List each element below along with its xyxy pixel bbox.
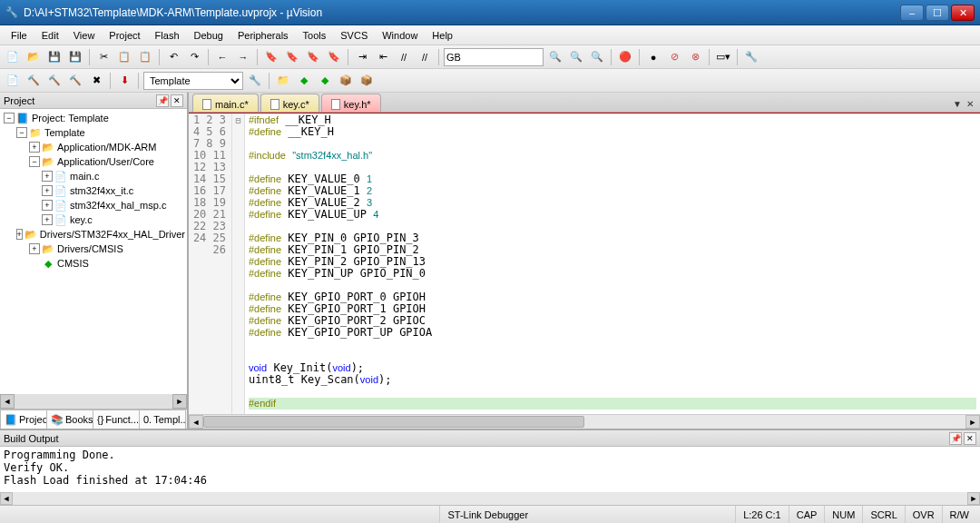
scroll-left-icon[interactable]: ◄ bbox=[189, 415, 203, 429]
breakpoint-insert-button[interactable]: ● bbox=[644, 48, 662, 66]
comment-button[interactable]: // bbox=[395, 48, 413, 66]
nav-back-button[interactable]: ← bbox=[213, 48, 231, 66]
tree-file[interactable]: + 📄 stm32f4xx_hal_msp.c bbox=[2, 198, 185, 212]
breakpoint-disable-button[interactable]: ⊗ bbox=[686, 48, 704, 66]
menu-file[interactable]: File bbox=[4, 28, 34, 43]
expand-icon[interactable]: + bbox=[16, 229, 23, 240]
manage-project-button[interactable]: 📁 bbox=[274, 72, 292, 90]
expand-icon[interactable]: + bbox=[42, 185, 53, 196]
panel-pin-button[interactable]: 📌 bbox=[156, 94, 169, 107]
menu-debug[interactable]: Debug bbox=[187, 28, 230, 43]
tree-group[interactable]: + 📂 Drivers/STM32F4xx_HAL_Driver bbox=[2, 227, 185, 242]
menu-flash[interactable]: Flash bbox=[148, 28, 187, 43]
tree-group[interactable]: + 📂 Application/MDK-ARM bbox=[2, 140, 185, 154]
uncomment-button[interactable]: // bbox=[416, 48, 434, 66]
build-hscrollbar[interactable]: ◄ ► bbox=[0, 492, 980, 505]
expand-icon[interactable]: + bbox=[42, 200, 53, 211]
expand-icon[interactable]: + bbox=[29, 142, 40, 153]
panel-close-button[interactable]: ✕ bbox=[171, 94, 183, 107]
window-layout-button[interactable]: ▭▾ bbox=[714, 48, 732, 66]
batch-build-button[interactable]: 🔨 bbox=[66, 72, 84, 90]
stop-build-button[interactable]: ✖ bbox=[87, 72, 105, 90]
tab-dropdown-icon[interactable]: ▼ bbox=[951, 99, 964, 112]
tree-project-root[interactable]: − 📘 Project: Template bbox=[2, 111, 185, 125]
tree-group[interactable]: + 📂 Drivers/CMSIS bbox=[2, 242, 185, 256]
panel-tab-templates[interactable]: 0.Templ... bbox=[139, 410, 186, 429]
expand-icon[interactable]: − bbox=[16, 127, 27, 138]
file-tab-keyc[interactable]: key.c* bbox=[260, 94, 319, 112]
find-in-files-button[interactable]: 🔍 bbox=[588, 48, 606, 66]
fold-gutter[interactable]: ⊟ bbox=[232, 113, 245, 414]
tree-file[interactable]: + 📄 main.c bbox=[2, 169, 185, 183]
find-combo[interactable] bbox=[444, 48, 544, 66]
translate-button[interactable]: 📄 bbox=[4, 72, 22, 90]
code-content[interactable]: #ifndef __KEY_H #define __KEY_H #include… bbox=[245, 113, 980, 414]
tree-file[interactable]: + 📄 key.c bbox=[2, 212, 185, 227]
project-hscrollbar[interactable]: ◄ ► bbox=[0, 394, 187, 409]
open-file-button[interactable]: 📂 bbox=[24, 48, 43, 66]
panel-tab-project[interactable]: 📘Project bbox=[0, 410, 47, 429]
breakpoint-enable-button[interactable]: ⊘ bbox=[665, 48, 683, 66]
scroll-left-icon[interactable]: ◄ bbox=[0, 492, 13, 505]
editor-hscrollbar[interactable]: ◄ ► bbox=[189, 414, 980, 429]
tab-close-icon[interactable]: ✕ bbox=[964, 99, 976, 112]
scroll-left-icon[interactable]: ◄ bbox=[0, 394, 15, 409]
paste-button[interactable]: 📋 bbox=[136, 48, 154, 66]
expand-icon[interactable]: + bbox=[42, 214, 53, 225]
configure-button[interactable]: 🔧 bbox=[742, 48, 760, 66]
rebuild-button[interactable]: 🔨 bbox=[45, 72, 64, 90]
close-button[interactable]: ✕ bbox=[951, 5, 975, 21]
file-tab-keyh[interactable]: key.h* bbox=[321, 94, 381, 112]
tree-group[interactable]: − 📂 Application/User/Core bbox=[2, 154, 185, 169]
panel-tab-functions[interactable]: {}Funct... bbox=[93, 410, 140, 429]
target-select[interactable]: Template bbox=[143, 72, 243, 90]
menu-tools[interactable]: Tools bbox=[296, 28, 334, 43]
expand-icon[interactable]: − bbox=[29, 156, 40, 167]
menu-svcs[interactable]: SVCS bbox=[333, 28, 375, 43]
pack-installer-button[interactable]: 📦 bbox=[337, 72, 355, 90]
scroll-right-icon[interactable]: ► bbox=[967, 492, 980, 505]
undo-button[interactable]: ↶ bbox=[164, 48, 182, 66]
debug-button[interactable]: 🔴 bbox=[616, 48, 634, 66]
tree-file[interactable]: + 📄 stm32f4xx_it.c bbox=[2, 183, 185, 198]
expand-icon[interactable]: + bbox=[29, 243, 40, 254]
panel-tab-books[interactable]: 📚Books bbox=[46, 410, 93, 429]
tree-target[interactable]: − 📁 Template bbox=[2, 125, 185, 140]
expand-icon[interactable]: − bbox=[4, 113, 15, 123]
scroll-thumb[interactable] bbox=[203, 416, 584, 428]
new-file-button[interactable]: 📄 bbox=[4, 48, 22, 66]
expand-icon[interactable]: + bbox=[42, 171, 53, 182]
download-button[interactable]: ⬇ bbox=[115, 72, 133, 90]
project-tree[interactable]: − 📘 Project: Template − 📁 Template + 📂 A… bbox=[0, 109, 187, 394]
menu-peripherals[interactable]: Peripherals bbox=[230, 28, 296, 43]
bookmark-next-button[interactable]: 🔖 bbox=[304, 48, 322, 66]
tree-cmsis[interactable]: ◆ CMSIS bbox=[2, 256, 185, 271]
save-all-button[interactable]: 💾 bbox=[66, 48, 84, 66]
find-prev-button[interactable]: 🔍 bbox=[567, 48, 585, 66]
manage-components-button[interactable]: ◆ bbox=[295, 72, 313, 90]
redo-button[interactable]: ↷ bbox=[185, 48, 203, 66]
panel-pin-button[interactable]: 📌 bbox=[949, 432, 962, 445]
menu-project[interactable]: Project bbox=[102, 28, 147, 43]
copy-button[interactable]: 📋 bbox=[115, 48, 133, 66]
scroll-right-icon[interactable]: ► bbox=[965, 415, 980, 429]
indent-button[interactable]: ⇥ bbox=[353, 48, 371, 66]
menu-edit[interactable]: Edit bbox=[34, 28, 66, 43]
save-button[interactable]: 💾 bbox=[45, 48, 64, 66]
panel-close-button[interactable]: ✕ bbox=[964, 432, 976, 445]
select-packs-button[interactable]: ◆ bbox=[316, 72, 334, 90]
file-tab-main[interactable]: main.c* bbox=[192, 94, 259, 112]
outdent-button[interactable]: ⇤ bbox=[374, 48, 392, 66]
bookmark-prev-button[interactable]: 🔖 bbox=[283, 48, 301, 66]
bookmark-button[interactable]: 🔖 bbox=[262, 48, 280, 66]
build-output-text[interactable]: Programming Done. Verify OK. Flash Load … bbox=[0, 447, 980, 492]
maximize-button[interactable]: ☐ bbox=[926, 5, 949, 21]
minimize-button[interactable]: – bbox=[900, 5, 924, 21]
nav-forward-button[interactable]: → bbox=[234, 48, 252, 66]
find-next-button[interactable]: 🔍 bbox=[546, 48, 564, 66]
build-button[interactable]: 🔨 bbox=[24, 72, 43, 90]
code-editor[interactable]: 1 2 3 4 5 6 7 8 9 10 11 12 13 14 15 16 1… bbox=[189, 113, 980, 414]
target-options-button[interactable]: 🔧 bbox=[246, 72, 264, 90]
bookmark-clear-button[interactable]: 🔖 bbox=[325, 48, 343, 66]
manage-rte-button[interactable]: 📦 bbox=[358, 72, 376, 90]
